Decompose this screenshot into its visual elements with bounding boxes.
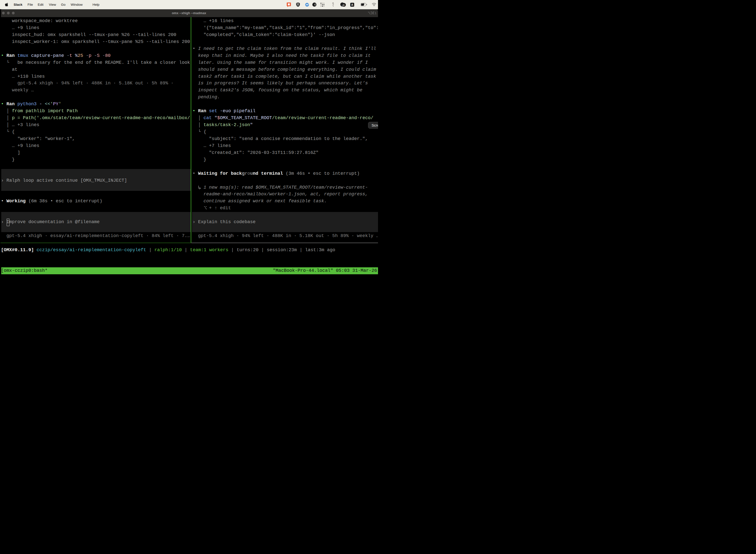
svg-text:..61: ..61 <box>341 4 345 6</box>
svg-text:A: A <box>351 3 353 6</box>
